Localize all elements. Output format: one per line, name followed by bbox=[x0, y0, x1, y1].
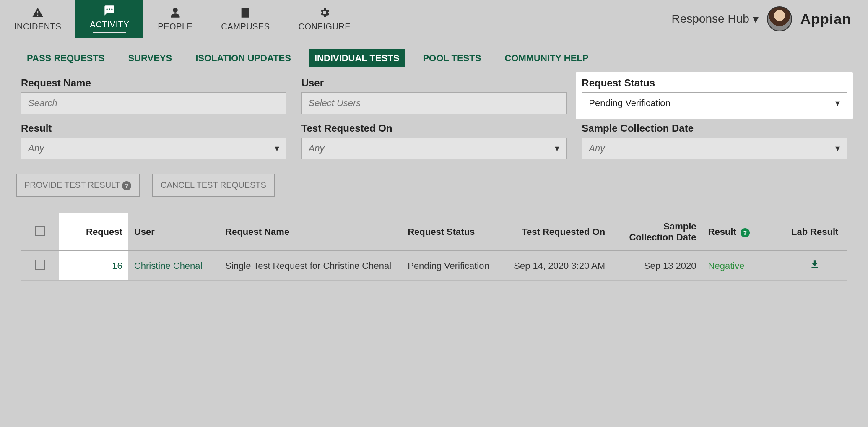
request-status-select[interactable]: Pending Verification ▾ bbox=[582, 92, 847, 114]
filter-sample-collection-date: Sample Collection Date Any ▾ bbox=[582, 122, 847, 159]
cell-request[interactable]: 16 bbox=[59, 251, 128, 281]
col-sample-collection-date[interactable]: Sample Collection Date bbox=[611, 214, 702, 251]
hub-dropdown[interactable]: Response Hub ▾ bbox=[672, 12, 759, 26]
col-result-label: Result bbox=[708, 227, 736, 237]
cell-sample-collection-date: Sep 13 2020 bbox=[611, 251, 702, 281]
select-value: Any bbox=[589, 143, 605, 154]
tab-pass-requests[interactable]: PASS REQUESTS bbox=[21, 49, 110, 67]
cell-lab-result bbox=[782, 251, 847, 281]
select-value: Any bbox=[28, 143, 44, 154]
brand-logo: Appian bbox=[800, 11, 851, 27]
results-table-wrap: Request User Request Name Request Status… bbox=[0, 214, 868, 297]
nav-campuses[interactable]: CAMPUSES bbox=[207, 0, 284, 38]
filter-user: User bbox=[301, 77, 567, 114]
chevron-down-icon: ▾ bbox=[555, 143, 559, 154]
cancel-test-requests-button[interactable]: CANCEL TEST REQUESTS bbox=[152, 174, 275, 197]
cell-test-requested-on: Sep 14, 2020 3:20 AM bbox=[504, 251, 611, 281]
tab-isolation-updates[interactable]: ISOLATION UPDATES bbox=[190, 49, 297, 67]
select-value: Any bbox=[309, 143, 325, 154]
avatar[interactable] bbox=[767, 6, 792, 31]
nav-label: PEOPLE bbox=[158, 22, 192, 31]
filter-label: User bbox=[301, 77, 567, 89]
col-lab-result[interactable]: Lab Result bbox=[782, 214, 847, 251]
filter-test-requested-on: Test Requested On Any ▾ bbox=[301, 122, 567, 159]
nav-label: CAMPUSES bbox=[221, 22, 270, 31]
col-checkbox bbox=[21, 214, 59, 251]
filter-label: Request Name bbox=[21, 77, 286, 89]
nav-people[interactable]: PEOPLE bbox=[143, 0, 207, 38]
gear-icon bbox=[319, 7, 330, 20]
select-all-checkbox[interactable] bbox=[35, 226, 45, 236]
chevron-down-icon: ▾ bbox=[835, 98, 840, 109]
cell-request-status: Pending Verification bbox=[402, 251, 504, 281]
chevron-down-icon: ▾ bbox=[275, 143, 279, 154]
sample-collection-date-select[interactable]: Any ▾ bbox=[582, 138, 847, 159]
table-row: 16 Christine Chenal Single Test Request … bbox=[21, 251, 847, 281]
filters: Request Name User Request Status Pending… bbox=[0, 73, 868, 164]
result-select[interactable]: Any ▾ bbox=[21, 138, 286, 159]
col-request-status[interactable]: Request Status bbox=[402, 214, 504, 251]
filter-request-status: Request Status Pending Verification ▾ bbox=[576, 72, 853, 119]
tab-pool-tests[interactable]: POOL TESTS bbox=[417, 49, 487, 67]
building-icon bbox=[239, 7, 251, 20]
filter-label: Sample Collection Date bbox=[582, 122, 847, 134]
col-user[interactable]: User bbox=[128, 214, 219, 251]
hub-area: Response Hub ▾ Appian bbox=[672, 0, 851, 38]
nav-label: INCIDENTS bbox=[14, 22, 61, 31]
filter-label: Test Requested On bbox=[301, 122, 567, 134]
download-icon[interactable] bbox=[809, 260, 820, 272]
nav-label: CONFIGURE bbox=[299, 22, 351, 31]
col-request[interactable]: Request bbox=[59, 214, 128, 251]
request-name-input[interactable] bbox=[21, 92, 286, 114]
select-value: Pending Verification bbox=[589, 98, 670, 109]
tab-individual-tests[interactable]: INDIVIDUAL TESTS bbox=[309, 49, 405, 67]
chat-icon bbox=[104, 5, 115, 18]
button-label: CANCEL TEST REQUESTS bbox=[161, 180, 266, 190]
button-label: PROVIDE TEST RESULT bbox=[24, 180, 120, 190]
cell-checkbox bbox=[21, 251, 59, 281]
help-icon[interactable]: ? bbox=[741, 228, 750, 237]
filter-request-name: Request Name bbox=[21, 77, 286, 114]
filter-label: Result bbox=[21, 122, 286, 134]
top-bar: INCIDENTS ACTIVITY PEOPLE CAMPUSES CO bbox=[0, 0, 868, 38]
nav-configure[interactable]: CONFIGURE bbox=[284, 0, 365, 38]
active-underline bbox=[93, 32, 126, 33]
cell-user[interactable]: Christine Chenal bbox=[128, 251, 219, 281]
tab-community-help[interactable]: COMMUNITY HELP bbox=[499, 49, 594, 67]
chevron-down-icon: ▾ bbox=[753, 12, 759, 26]
top-nav: INCIDENTS ACTIVITY PEOPLE CAMPUSES CO bbox=[0, 0, 365, 38]
nav-label: ACTIVITY bbox=[90, 20, 129, 29]
filter-label: Request Status bbox=[582, 77, 847, 89]
col-test-requested-on[interactable]: Test Requested On bbox=[504, 214, 611, 251]
row-checkbox[interactable] bbox=[35, 260, 45, 270]
nav-activity[interactable]: ACTIVITY bbox=[75, 0, 143, 38]
user-input[interactable] bbox=[301, 92, 567, 114]
hub-label-text: Response Hub bbox=[672, 12, 749, 26]
chevron-down-icon: ▾ bbox=[835, 143, 840, 154]
person-icon bbox=[169, 7, 181, 20]
test-requested-on-select[interactable]: Any ▾ bbox=[301, 138, 567, 159]
filter-result: Result Any ▾ bbox=[21, 122, 286, 159]
table-header-row: Request User Request Name Request Status… bbox=[21, 214, 847, 251]
sub-tabs: PASS REQUESTS SURVEYS ISOLATION UPDATES … bbox=[0, 38, 868, 73]
help-icon: ? bbox=[122, 181, 131, 190]
col-request-name[interactable]: Request Name bbox=[219, 214, 402, 251]
action-buttons: PROVIDE TEST RESULT? CANCEL TEST REQUEST… bbox=[0, 164, 868, 214]
cell-result: Negative bbox=[702, 251, 783, 281]
cell-request-name: Single Test Request for Christine Chenal bbox=[219, 251, 402, 281]
nav-incidents[interactable]: INCIDENTS bbox=[0, 0, 75, 38]
col-result[interactable]: Result ? bbox=[702, 214, 783, 251]
provide-test-result-button[interactable]: PROVIDE TEST RESULT? bbox=[16, 174, 140, 197]
results-table: Request User Request Name Request Status… bbox=[21, 214, 847, 281]
tab-surveys[interactable]: SURVEYS bbox=[122, 49, 178, 67]
warning-icon bbox=[32, 7, 44, 20]
